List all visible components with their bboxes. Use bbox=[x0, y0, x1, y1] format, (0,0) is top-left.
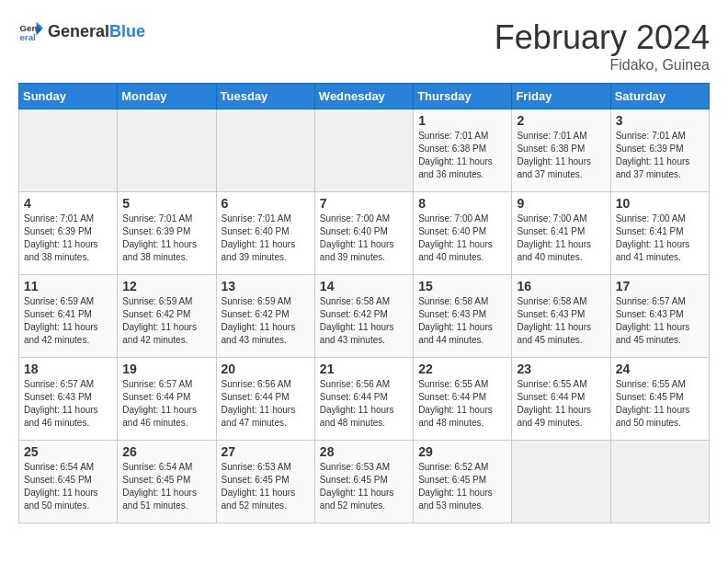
day-number: 17 bbox=[616, 279, 704, 293]
calendar-cell bbox=[610, 441, 709, 523]
day-number: 13 bbox=[222, 279, 310, 293]
day-info: Sunrise: 6:56 AM Sunset: 6:44 PM Dayligh… bbox=[222, 378, 310, 430]
day-info: Sunrise: 6:58 AM Sunset: 6:43 PM Dayligh… bbox=[517, 295, 605, 347]
calendar-cell bbox=[19, 109, 118, 192]
calendar-cell: 6Sunrise: 7:01 AM Sunset: 6:40 PM Daylig… bbox=[216, 192, 314, 275]
calendar-cell: 11Sunrise: 6:59 AM Sunset: 6:41 PM Dayli… bbox=[19, 275, 118, 358]
day-number: 9 bbox=[517, 196, 605, 211]
day-number: 14 bbox=[320, 279, 408, 293]
day-info: Sunrise: 6:55 AM Sunset: 6:45 PM Dayligh… bbox=[616, 378, 704, 430]
day-info: Sunrise: 7:01 AM Sunset: 6:40 PM Dayligh… bbox=[222, 213, 310, 264]
calendar-cell: 19Sunrise: 6:57 AM Sunset: 6:44 PM Dayli… bbox=[118, 358, 216, 441]
day-number: 20 bbox=[222, 362, 310, 376]
day-info: Sunrise: 6:54 AM Sunset: 6:45 PM Dayligh… bbox=[24, 461, 112, 512]
calendar-cell bbox=[216, 109, 314, 192]
logo-blue-text: Blue bbox=[109, 23, 145, 40]
calendar-cell: 17Sunrise: 6:57 AM Sunset: 6:43 PM Dayli… bbox=[610, 275, 709, 358]
day-info: Sunrise: 6:58 AM Sunset: 6:42 PM Dayligh… bbox=[320, 295, 408, 347]
day-info: Sunrise: 7:00 AM Sunset: 6:41 PM Dayligh… bbox=[517, 213, 605, 264]
weekday-header-thursday: Thursday bbox=[414, 84, 512, 109]
weekday-header-sunday: Sunday bbox=[19, 84, 118, 109]
day-info: Sunrise: 6:57 AM Sunset: 6:43 PM Dayligh… bbox=[616, 295, 704, 347]
day-info: Sunrise: 6:55 AM Sunset: 6:44 PM Dayligh… bbox=[517, 378, 605, 430]
day-info: Sunrise: 7:01 AM Sunset: 6:39 PM Dayligh… bbox=[122, 213, 210, 264]
day-info: Sunrise: 6:53 AM Sunset: 6:45 PM Dayligh… bbox=[222, 461, 310, 512]
day-number: 21 bbox=[320, 362, 408, 376]
day-number: 19 bbox=[122, 362, 210, 376]
calendar-cell: 9Sunrise: 7:00 AM Sunset: 6:41 PM Daylig… bbox=[512, 192, 610, 275]
calendar-table: SundayMondayTuesdayWednesdayThursdayFrid… bbox=[18, 83, 710, 523]
calendar-cell bbox=[118, 109, 216, 192]
calendar-cell: 27Sunrise: 6:53 AM Sunset: 6:45 PM Dayli… bbox=[216, 441, 314, 523]
day-info: Sunrise: 7:01 AM Sunset: 6:39 PM Dayligh… bbox=[616, 130, 704, 181]
weekday-header-wednesday: Wednesday bbox=[314, 84, 413, 109]
calendar-cell: 5Sunrise: 7:01 AM Sunset: 6:39 PM Daylig… bbox=[118, 192, 216, 275]
calendar-cell bbox=[512, 441, 610, 523]
day-number: 23 bbox=[517, 362, 605, 376]
calendar-cell: 24Sunrise: 6:55 AM Sunset: 6:45 PM Dayli… bbox=[610, 358, 709, 441]
weekday-header-monday: Monday bbox=[118, 84, 216, 109]
svg-text:eral: eral bbox=[19, 32, 36, 42]
calendar-week-3: 11Sunrise: 6:59 AM Sunset: 6:41 PM Dayli… bbox=[19, 275, 710, 358]
day-number: 25 bbox=[24, 444, 112, 459]
location-label: Fidako, Guinea bbox=[495, 57, 710, 74]
weekday-header-tuesday: Tuesday bbox=[216, 84, 314, 109]
day-number: 8 bbox=[418, 196, 506, 211]
day-number: 3 bbox=[616, 113, 704, 128]
day-number: 4 bbox=[24, 196, 112, 211]
day-number: 27 bbox=[222, 444, 310, 459]
day-info: Sunrise: 7:00 AM Sunset: 6:40 PM Dayligh… bbox=[418, 213, 506, 264]
day-info: Sunrise: 7:01 AM Sunset: 6:38 PM Dayligh… bbox=[517, 130, 605, 181]
calendar-cell: 7Sunrise: 7:00 AM Sunset: 6:40 PM Daylig… bbox=[314, 192, 413, 275]
day-number: 5 bbox=[122, 196, 210, 211]
day-info: Sunrise: 6:56 AM Sunset: 6:44 PM Dayligh… bbox=[320, 378, 408, 430]
calendar-cell: 1Sunrise: 7:01 AM Sunset: 6:38 PM Daylig… bbox=[414, 109, 512, 192]
day-number: 24 bbox=[616, 362, 704, 376]
day-info: Sunrise: 7:01 AM Sunset: 6:38 PM Dayligh… bbox=[418, 130, 506, 181]
calendar-cell: 15Sunrise: 6:58 AM Sunset: 6:43 PM Dayli… bbox=[414, 275, 512, 358]
calendar-week-1: 1Sunrise: 7:01 AM Sunset: 6:38 PM Daylig… bbox=[19, 109, 710, 192]
calendar-week-4: 18Sunrise: 6:57 AM Sunset: 6:43 PM Dayli… bbox=[19, 358, 710, 441]
calendar-cell: 25Sunrise: 6:54 AM Sunset: 6:45 PM Dayli… bbox=[19, 441, 118, 523]
calendar-cell: 22Sunrise: 6:55 AM Sunset: 6:44 PM Dayli… bbox=[414, 358, 512, 441]
calendar-cell: 13Sunrise: 6:59 AM Sunset: 6:42 PM Dayli… bbox=[216, 275, 314, 358]
logo: Gen eral GeneralBlue bbox=[18, 18, 145, 44]
calendar-cell: 26Sunrise: 6:54 AM Sunset: 6:45 PM Dayli… bbox=[118, 441, 216, 523]
day-number: 18 bbox=[24, 362, 112, 376]
calendar-cell: 29Sunrise: 6:52 AM Sunset: 6:45 PM Dayli… bbox=[414, 441, 512, 523]
calendar-cell: 16Sunrise: 6:58 AM Sunset: 6:43 PM Dayli… bbox=[512, 275, 610, 358]
weekday-header-saturday: Saturday bbox=[610, 84, 709, 109]
day-number: 11 bbox=[24, 279, 112, 293]
calendar-cell: 28Sunrise: 6:53 AM Sunset: 6:45 PM Dayli… bbox=[314, 441, 413, 523]
page-header: Gen eral GeneralBlue February 2024 Fidak… bbox=[18, 18, 710, 74]
day-info: Sunrise: 6:53 AM Sunset: 6:45 PM Dayligh… bbox=[320, 461, 408, 512]
calendar-cell: 10Sunrise: 7:00 AM Sunset: 6:41 PM Dayli… bbox=[610, 192, 709, 275]
day-number: 6 bbox=[222, 196, 310, 211]
month-title: February 2024 bbox=[495, 18, 710, 57]
day-number: 22 bbox=[418, 362, 506, 376]
day-number: 16 bbox=[517, 279, 605, 293]
day-info: Sunrise: 6:59 AM Sunset: 6:42 PM Dayligh… bbox=[122, 295, 210, 347]
calendar-cell: 14Sunrise: 6:58 AM Sunset: 6:42 PM Dayli… bbox=[314, 275, 413, 358]
day-info: Sunrise: 6:55 AM Sunset: 6:44 PM Dayligh… bbox=[418, 378, 506, 430]
day-info: Sunrise: 7:00 AM Sunset: 6:40 PM Dayligh… bbox=[320, 213, 408, 264]
calendar-cell: 2Sunrise: 7:01 AM Sunset: 6:38 PM Daylig… bbox=[512, 109, 610, 192]
day-info: Sunrise: 7:00 AM Sunset: 6:41 PM Dayligh… bbox=[616, 213, 704, 264]
weekday-header-friday: Friday bbox=[512, 84, 610, 109]
day-number: 1 bbox=[418, 113, 506, 128]
calendar-cell: 18Sunrise: 6:57 AM Sunset: 6:43 PM Dayli… bbox=[19, 358, 118, 441]
calendar-cell: 8Sunrise: 7:00 AM Sunset: 6:40 PM Daylig… bbox=[414, 192, 512, 275]
weekday-header-row: SundayMondayTuesdayWednesdayThursdayFrid… bbox=[19, 84, 710, 109]
calendar-cell: 3Sunrise: 7:01 AM Sunset: 6:39 PM Daylig… bbox=[610, 109, 709, 192]
title-section: February 2024 Fidako, Guinea bbox=[495, 18, 710, 74]
calendar-cell bbox=[314, 109, 413, 192]
day-info: Sunrise: 6:52 AM Sunset: 6:45 PM Dayligh… bbox=[418, 461, 506, 512]
day-number: 12 bbox=[122, 279, 210, 293]
calendar-week-2: 4Sunrise: 7:01 AM Sunset: 6:39 PM Daylig… bbox=[19, 192, 710, 275]
day-number: 28 bbox=[320, 444, 408, 459]
day-number: 2 bbox=[517, 113, 605, 128]
calendar-cell: 12Sunrise: 6:59 AM Sunset: 6:42 PM Dayli… bbox=[118, 275, 216, 358]
calendar-week-5: 25Sunrise: 6:54 AM Sunset: 6:45 PM Dayli… bbox=[19, 441, 710, 523]
day-info: Sunrise: 6:54 AM Sunset: 6:45 PM Dayligh… bbox=[122, 461, 210, 512]
calendar-cell: 20Sunrise: 6:56 AM Sunset: 6:44 PM Dayli… bbox=[216, 358, 314, 441]
